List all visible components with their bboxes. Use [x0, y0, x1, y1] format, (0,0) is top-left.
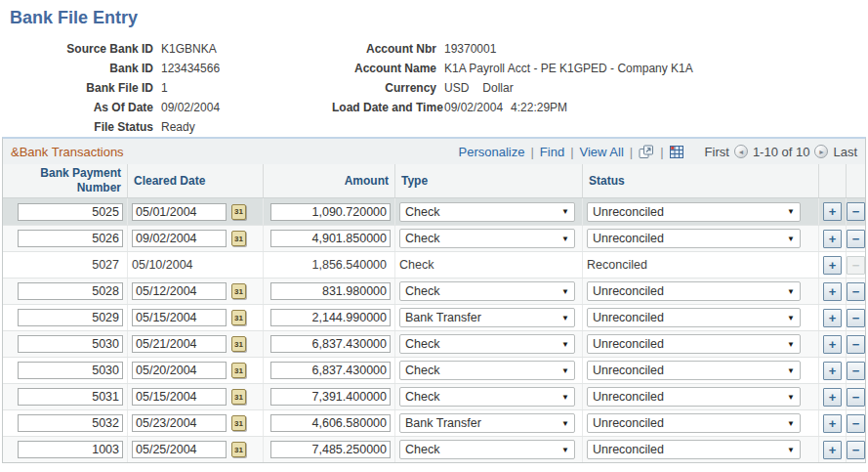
bank-payment-number-cell	[3, 198, 127, 225]
delete-row-cell: −	[846, 252, 865, 278]
delete-row-button[interactable]: −	[847, 388, 865, 407]
delete-row-button[interactable]: −	[847, 362, 865, 380]
cleared-date-input[interactable]	[132, 230, 227, 247]
delete-row-button[interactable]: −	[847, 282, 865, 301]
add-row-cell: +	[818, 410, 846, 436]
bank-payment-number-input[interactable]	[18, 282, 123, 300]
status-cell: Unreconciled▼	[582, 437, 818, 462]
bank-payment-number-input[interactable]	[18, 362, 123, 379]
status-selected-value: Unreconciled	[593, 205, 781, 219]
add-row-button[interactable]: +	[823, 388, 842, 407]
previous-page-button[interactable]: ◄	[734, 145, 748, 158]
add-row-button[interactable]: +	[823, 335, 842, 354]
type-select[interactable]: Check▼	[399, 387, 575, 407]
type-select[interactable]: Check▼	[399, 202, 575, 222]
next-page-button[interactable]: ►	[814, 145, 828, 158]
add-row-button[interactable]: +	[823, 309, 842, 327]
calendar-icon[interactable]: 31	[231, 283, 246, 299]
bank-payment-number-input[interactable]	[18, 441, 123, 458]
amount-input[interactable]	[270, 230, 391, 247]
status-select[interactable]: Unreconciled▼	[587, 440, 801, 459]
delete-row-button[interactable]: −	[847, 202, 865, 221]
cleared-date-input[interactable]	[132, 309, 227, 326]
type-select[interactable]: Check▼	[399, 229, 575, 248]
amount-input[interactable]	[270, 282, 391, 300]
status-select[interactable]: Unreconciled▼	[587, 413, 801, 433]
delete-row-cell: −	[846, 358, 865, 383]
delete-row-button[interactable]: −	[847, 309, 865, 327]
calendar-icon[interactable]: 31	[231, 363, 246, 378]
download-to-excel-icon[interactable]	[670, 146, 683, 158]
cleared-date-input[interactable]	[132, 414, 227, 432]
type-select[interactable]: Check▼	[399, 281, 575, 301]
view-all-link[interactable]: View All	[580, 145, 624, 159]
delete-row-button[interactable]: −	[847, 414, 865, 433]
cleared-date-input[interactable]	[132, 203, 227, 221]
add-row-button[interactable]: +	[823, 282, 842, 301]
type-cell: Bank Transfer▼	[394, 410, 582, 436]
delete-row-button[interactable]: −	[847, 335, 865, 354]
cleared-date-input[interactable]	[132, 441, 227, 458]
status-select[interactable]: Unreconciled▼	[587, 361, 801, 380]
add-row-button[interactable]: +	[823, 256, 842, 275]
calendar-icon[interactable]: 31	[231, 336, 246, 352]
status-select[interactable]: Unreconciled▼	[587, 229, 801, 248]
type-cell: Check▼	[394, 384, 582, 409]
amount-input[interactable]	[270, 441, 391, 458]
add-row-button[interactable]: +	[823, 362, 842, 380]
bank-payment-number-input[interactable]	[18, 309, 123, 326]
bank-payment-number-input[interactable]	[18, 414, 123, 432]
calendar-icon[interactable]: 31	[231, 310, 246, 325]
type-select[interactable]: Check▼	[399, 440, 575, 459]
add-row-button[interactable]: +	[823, 414, 842, 433]
amount-cell	[263, 358, 394, 383]
add-row-button[interactable]: +	[823, 202, 842, 221]
type-cell: Check▼	[394, 437, 582, 462]
add-row-button[interactable]: +	[823, 441, 842, 459]
calendar-icon[interactable]: 31	[231, 389, 246, 405]
status-select[interactable]: Unreconciled▼	[587, 308, 801, 327]
status-cell: Unreconciled▼	[582, 279, 818, 304]
delete-row-button[interactable]: −	[847, 441, 865, 459]
amount-input[interactable]	[270, 414, 391, 432]
delete-row-button[interactable]: −	[847, 230, 865, 248]
type-select[interactable]: Bank Transfer▼	[399, 413, 575, 433]
source-bank-id-label: Source Bank ID	[0, 42, 161, 56]
type-cell: Check▼	[394, 198, 582, 225]
bank-payment-number-input[interactable]	[18, 230, 123, 247]
amount-input[interactable]	[270, 388, 391, 406]
calendar-icon[interactable]: 31	[231, 442, 246, 457]
bank-payment-number-input[interactable]	[18, 388, 123, 406]
calendar-icon[interactable]: 31	[231, 204, 246, 220]
page-title: Bank File Entry	[10, 8, 868, 27]
zoom-grid-icon[interactable]	[639, 145, 654, 159]
type-cell: Check	[394, 252, 582, 278]
type-select[interactable]: Check▼	[399, 334, 575, 354]
cleared-date-input[interactable]	[132, 335, 227, 353]
grid-header-bar: &Bank Transactions Personalize | Find | …	[3, 139, 865, 164]
personalize-link[interactable]: Personalize	[459, 145, 525, 159]
amount-input[interactable]	[270, 309, 391, 326]
cleared-date-input[interactable]	[132, 282, 227, 300]
find-link[interactable]: Find	[540, 145, 564, 159]
status-select[interactable]: Unreconciled▼	[587, 334, 801, 354]
cleared-date-input[interactable]	[132, 362, 227, 379]
load-date-time-value: 09/02/20044:22:29PM	[444, 101, 693, 114]
status-select[interactable]: Unreconciled▼	[587, 387, 801, 407]
amount-input[interactable]	[270, 203, 391, 221]
bank-payment-number-input[interactable]	[18, 335, 123, 353]
chevron-down-icon: ▼	[787, 287, 795, 296]
amount-input[interactable]	[270, 335, 391, 353]
type-select[interactable]: Bank Transfer▼	[399, 308, 575, 327]
calendar-icon[interactable]: 31	[231, 231, 246, 246]
status-select[interactable]: Unreconciled▼	[587, 202, 801, 222]
add-row-button[interactable]: +	[823, 230, 842, 248]
amount-input[interactable]	[270, 362, 391, 379]
calendar-icon[interactable]: 31	[231, 415, 246, 431]
bank-file-id-label: Bank File ID	[0, 81, 161, 95]
cleared-date-input[interactable]	[132, 388, 227, 406]
type-select[interactable]: Check▼	[399, 361, 575, 380]
status-select[interactable]: Unreconciled▼	[587, 281, 801, 301]
column-header-add	[818, 164, 846, 197]
bank-payment-number-input[interactable]	[18, 203, 123, 221]
